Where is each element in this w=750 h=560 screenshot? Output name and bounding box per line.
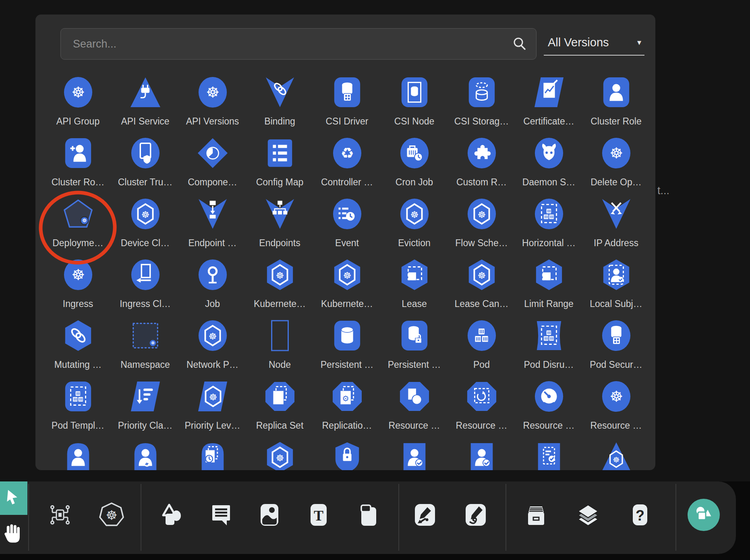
library-icon-network-p[interactable]: ☸Network P… (179, 320, 246, 381)
library-icon-certificate[interactable]: Certificate… (515, 77, 582, 137)
library-icon-csi-node[interactable]: CSI Node (381, 77, 448, 137)
library-icon-horizontal[interactable]: Horizontal … (515, 198, 582, 259)
library-icon-clipped[interactable] (381, 442, 448, 470)
comment-tool[interactable] (208, 502, 234, 528)
pen-arrow-tool[interactable] (412, 502, 438, 528)
library-icon-mutating[interactable]: Mutating … (44, 320, 112, 381)
library-icon-label: Ingress Cl… (120, 299, 171, 309)
library-icon-label: Network P… (186, 359, 238, 370)
library-icon-label: Limit Range (524, 299, 574, 309)
library-icon-controller[interactable]: ♻Controller … (313, 137, 381, 198)
library-icon-clipped[interactable] (313, 442, 381, 470)
library-icon-ingress[interactable]: ☸Ingress (44, 259, 112, 320)
svg-text:☸: ☸ (343, 270, 351, 281)
help-tool[interactable]: ? (627, 502, 653, 528)
library-icon-event[interactable]: Event (313, 198, 381, 259)
library-icon-clipped[interactable]: ☸ (246, 442, 313, 470)
library-icon-ingress-cl[interactable]: Ingress Cl… (112, 259, 179, 320)
shapes-tool[interactable] (159, 502, 185, 528)
version-filter-dropdown[interactable]: All Versions ▾ (544, 30, 644, 56)
library-icon-replicatio[interactable]: ⚙Replicatio… (313, 381, 381, 442)
library-icon-lease[interactable]: Lease (381, 259, 448, 320)
library-icon-clipped[interactable] (448, 442, 515, 470)
library-icon-label: Controller … (321, 177, 373, 187)
hand-tool[interactable] (0, 520, 27, 549)
library-icon-priority-cla[interactable]: Priority Cla… (112, 381, 179, 442)
library-icon-job[interactable]: Job (179, 259, 246, 320)
library-icon-limit-range[interactable]: Limit Range (515, 259, 582, 320)
shapes2-icon (399, 381, 430, 412)
library-icon-endpoints[interactable]: Endpoints (246, 198, 313, 259)
library-icon-priority-lev[interactable]: ☸Priority Lev… (179, 381, 246, 442)
chevron-down-icon: ▾ (637, 37, 644, 47)
kubernetes-tool[interactable]: ☸ (98, 502, 125, 528)
library-icon-api-service[interactable]: API Service (112, 77, 179, 137)
library-icon-csi-storag[interactable]: CSI Storag… (448, 77, 515, 137)
selection-tool[interactable] (0, 481, 27, 515)
library-icon-resource[interactable]: Resource … (515, 381, 582, 442)
library-icon-kubernete[interactable]: ☸Kubernete… (246, 259, 313, 320)
library-icon-delete-op[interactable]: ☸Delete Op… (582, 137, 650, 198)
svg-text:☸: ☸ (477, 270, 486, 281)
shapes-icon (159, 502, 185, 528)
layers-tool[interactable] (575, 502, 601, 528)
library-icon-pod-disru[interactable]: Pod Disru… (515, 320, 582, 381)
library-icon-local-subj[interactable]: Local Subj… (582, 259, 650, 320)
library-icon-resource[interactable]: Resource … (381, 381, 448, 442)
library-icon-pod-secur[interactable]: Pod Secur… (582, 320, 650, 381)
library-icon-persistent[interactable]: Persistent … (381, 320, 448, 381)
library-icon-api-group[interactable]: ☸API Group (44, 77, 112, 137)
wheel-icon: ☸ (62, 77, 94, 108)
library-icon-replica-set[interactable]: Replica Set (246, 381, 313, 442)
library-icon-node[interactable]: Node (246, 320, 313, 381)
library-icon-pod-templ[interactable]: Pod Templ… (44, 381, 112, 442)
library-icon-pod[interactable]: Pod (448, 320, 515, 381)
library-icon-resource[interactable]: ☸Resource … (582, 381, 650, 442)
library-icon-cluster-ro[interactable]: Cluster Ro… (44, 137, 112, 198)
library-icon-cluster-role[interactable]: Cluster Role (582, 77, 650, 137)
frame-tool[interactable] (354, 502, 381, 528)
image-tool[interactable] (256, 502, 283, 528)
library-icon-clipped[interactable] (179, 442, 246, 470)
library-icon-clipped[interactable] (44, 442, 112, 470)
library-icon-custom-r[interactable]: Custom R… (448, 137, 515, 198)
library-icon-cluster-tru[interactable]: Cluster Tru… (112, 137, 179, 198)
text-tool[interactable]: T (305, 502, 332, 528)
recycle-icon: ♻ (331, 137, 363, 169)
library-icon-binding[interactable]: Binding (246, 77, 313, 137)
library-icon-csi-driver[interactable]: CSI Driver (313, 77, 381, 137)
library-icon-config-map[interactable]: Config Map (246, 137, 313, 198)
library-icon-api-versions[interactable]: ☸API Versions (179, 77, 246, 137)
library-icon-lease-can[interactable]: ☸Lease Can… (448, 259, 515, 320)
library-icon-ip-address[interactable]: IP Address (582, 198, 650, 259)
doc-icon (130, 137, 161, 169)
library-icon-flow-sche[interactable]: ☸Flow Sche… (448, 198, 515, 259)
hexwheel-icon: ☸ (264, 259, 296, 290)
svg-text:☸: ☸ (208, 331, 217, 342)
library-icon-label: Namespace (120, 359, 170, 370)
archive-tool[interactable] (523, 502, 549, 528)
library-icon-clipped[interactable] (515, 442, 582, 470)
layers-icon (575, 502, 601, 528)
library-icon-endpoint[interactable]: Endpoint … (179, 198, 246, 259)
library-icon-resource[interactable]: Resource … (448, 381, 515, 442)
draw-tool[interactable] (462, 502, 489, 528)
library-icon-deployme[interactable]: ☸Deployme… (44, 198, 112, 259)
library-icon-eviction[interactable]: ☸Eviction (381, 198, 448, 259)
library-icon-compone[interactable]: Compone… (179, 137, 246, 198)
circuit-board-tool[interactable] (47, 502, 73, 528)
library-icon-device-cl[interactable]: ☸Device Cl… (112, 198, 179, 259)
shape-library-tool[interactable] (688, 499, 720, 531)
search-input[interactable] (60, 28, 537, 60)
library-icon-namespace[interactable]: ☸Namespace (112, 320, 179, 381)
library-icon-cron-job[interactable]: Cron Job (381, 137, 448, 198)
docs-clock-icon (197, 442, 228, 470)
library-icon-daemon-s[interactable]: Daemon S… (515, 137, 582, 198)
cursor-icon (2, 487, 25, 510)
library-icon-clipped[interactable]: ☸ (582, 442, 650, 470)
library-icon-clipped[interactable] (112, 442, 179, 470)
library-icon-label: Kubernete… (254, 299, 306, 309)
net-boxes-icon (264, 198, 296, 230)
library-icon-kubernete[interactable]: ☸Kubernete… (313, 259, 381, 320)
library-icon-persistent[interactable]: Persistent … (313, 320, 381, 381)
